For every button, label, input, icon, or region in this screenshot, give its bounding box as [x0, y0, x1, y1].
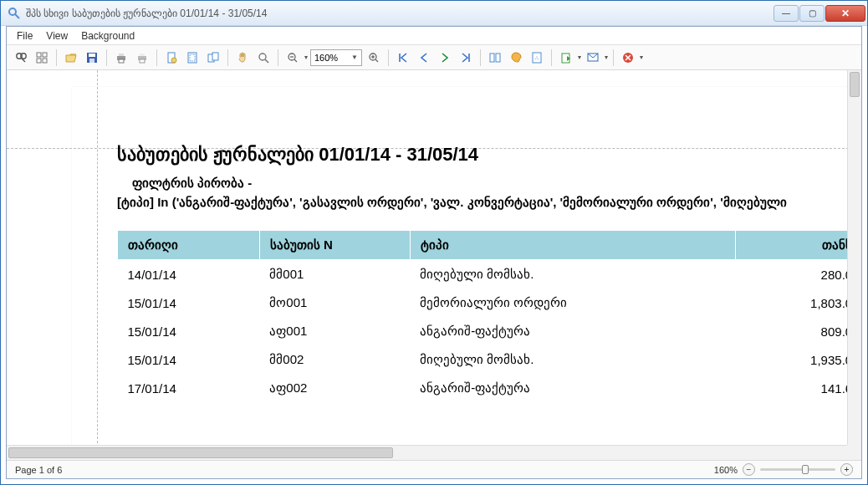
svg-rect-8: [43, 59, 47, 63]
first-page-icon[interactable]: [394, 48, 412, 67]
svg-text:A: A: [534, 54, 539, 62]
cell-amount: 1,803.00: [736, 288, 861, 317]
statusbar: Page 1 of 6 160% − +: [7, 460, 861, 478]
table-row: 15/01/14აფ001ანგარიშ-ფაქტურა809.00: [118, 317, 862, 345]
hand-icon[interactable]: [233, 48, 252, 67]
chevron-down-icon: ▼: [351, 54, 358, 61]
svg-line-25: [265, 59, 268, 63]
zoom-in-icon[interactable]: [365, 48, 383, 67]
menu-background[interactable]: Background: [81, 30, 135, 42]
cell-docno: მო001: [259, 288, 410, 317]
zoom-out-icon[interactable]: [283, 48, 302, 67]
quick-print-icon[interactable]: [133, 48, 151, 67]
overflow-arrow-icon[interactable]: ▾: [640, 54, 643, 61]
filter-label: ფილტრის პირობა -: [117, 174, 861, 193]
page-setup-icon[interactable]: [162, 48, 181, 67]
print-icon[interactable]: [112, 48, 130, 67]
cell-type: მემორიალური ორდერი: [410, 288, 735, 317]
cell-amount: 809.00: [736, 317, 861, 345]
cell-date: 17/01/14: [118, 374, 260, 402]
zoom-slider[interactable]: [760, 468, 835, 471]
cell-date: 15/01/14: [118, 288, 260, 317]
svg-rect-11: [89, 59, 94, 63]
zoom-combo[interactable]: 160%▼: [310, 49, 362, 66]
minimize-button[interactable]: —: [774, 5, 799, 22]
multipage-icon[interactable]: [486, 48, 504, 67]
svg-point-24: [259, 54, 266, 60]
svg-line-32: [375, 59, 378, 62]
cell-type: ანგარიშ-ფაქტურა: [410, 317, 735, 345]
open-icon[interactable]: [62, 48, 80, 67]
svg-rect-16: [140, 54, 145, 56]
maximize-button[interactable]: ▢: [799, 5, 825, 22]
watermark-icon[interactable]: A: [528, 48, 546, 67]
svg-rect-6: [43, 53, 47, 57]
cell-docno: მმ002: [259, 345, 410, 374]
zoom-minus-icon[interactable]: −: [743, 463, 755, 476]
toolbar: ▾ 160%▼ A ▾ ▾ ▾: [7, 45, 861, 70]
report-content: საბუთების ჟურნალები 01/01/14 - 31/05/14 …: [117, 107, 861, 402]
svg-rect-5: [37, 53, 41, 57]
menu-file[interactable]: File: [17, 30, 33, 42]
cell-date: 15/01/14: [118, 345, 260, 374]
cell-amount: 1,935.00: [736, 345, 861, 374]
menu-view[interactable]: View: [46, 30, 68, 42]
svg-line-28: [294, 59, 297, 62]
col-date: თარიღი: [118, 231, 260, 260]
zoom-handle[interactable]: [802, 465, 809, 474]
save-icon[interactable]: [83, 48, 101, 67]
window-title: შპს სხივი საბუთების ჟურნალები 01/01/14 -…: [26, 8, 774, 19]
prev-page-icon[interactable]: [415, 48, 433, 67]
svg-rect-34: [496, 54, 500, 62]
table-row: 17/01/14აფ002ანგარიშ-ფაქტურა141.60: [118, 374, 862, 402]
report-table: თარიღი საბუთის N ტიპი თანხა 14/01/14მმ00…: [117, 230, 861, 402]
app-icon: [8, 7, 21, 20]
mail-icon[interactable]: [584, 48, 602, 67]
zoom-out-arrow-icon[interactable]: ▾: [304, 54, 308, 61]
cell-date: 14/01/14: [118, 260, 260, 289]
v-thumb[interactable]: [850, 72, 860, 97]
svg-rect-13: [119, 54, 124, 56]
close-preview-icon[interactable]: [619, 48, 637, 67]
horizontal-scrollbar[interactable]: [7, 445, 847, 460]
cell-amount: 280.00: [736, 260, 861, 289]
magnifier-icon[interactable]: [254, 48, 273, 67]
filter-expression: [ტიპი] In ('ანგარიშ-ფაქტურა', 'გასავლის …: [117, 193, 861, 212]
cell-docno: აფ001: [259, 317, 410, 345]
svg-point-19: [171, 58, 176, 63]
titlebar: შპს სხივი საბუთების ჟურნალები 01/01/14 -…: [1, 1, 867, 26]
col-docno: საბუთის N: [259, 231, 410, 260]
scale-icon[interactable]: [204, 48, 222, 67]
cell-type: ანგარიშ-ფაქტურა: [410, 374, 735, 402]
vertical-scrollbar[interactable]: [847, 70, 861, 445]
col-type: ტიპი: [410, 231, 735, 260]
color-icon[interactable]: [507, 48, 525, 67]
h-thumb[interactable]: [8, 447, 393, 458]
svg-point-0: [9, 8, 16, 15]
zoom-status: 160%: [714, 465, 738, 475]
report-heading: საბუთების ჟურნალები 01/01/14 - 31/05/14: [117, 144, 861, 166]
thumbnails-icon[interactable]: [33, 48, 51, 67]
cell-docno: აფ002: [259, 374, 410, 402]
svg-rect-33: [490, 54, 494, 62]
zoom-plus-icon[interactable]: +: [840, 463, 853, 476]
menubar: File View Background: [7, 27, 861, 45]
col-amount: თანხა: [736, 231, 861, 260]
next-page-icon[interactable]: [436, 48, 454, 67]
margins-icon[interactable]: [183, 48, 202, 67]
close-button[interactable]: ✕: [825, 5, 865, 22]
table-row: 15/01/14მმ002მიღებული მომსახ.1,935.00: [118, 345, 862, 374]
svg-rect-7: [37, 59, 41, 63]
report-filter: ფილტრის პირობა - [ტიპი] In ('ანგარიშ-ფაქ…: [117, 174, 861, 212]
cell-type: მიღებული მომსახ.: [410, 260, 735, 289]
find-icon[interactable]: [12, 48, 30, 67]
export-arrow-icon[interactable]: ▾: [578, 54, 581, 61]
cell-docno: მმ001: [259, 260, 410, 289]
last-page-icon[interactable]: [457, 48, 475, 67]
svg-rect-23: [212, 53, 218, 60]
svg-rect-17: [140, 59, 145, 63]
table-row: 15/01/14მო001მემორიალური ორდერი1,803.00: [118, 288, 862, 317]
svg-rect-14: [119, 59, 124, 63]
export-icon[interactable]: [557, 48, 575, 67]
mail-arrow-icon[interactable]: ▾: [605, 54, 608, 61]
